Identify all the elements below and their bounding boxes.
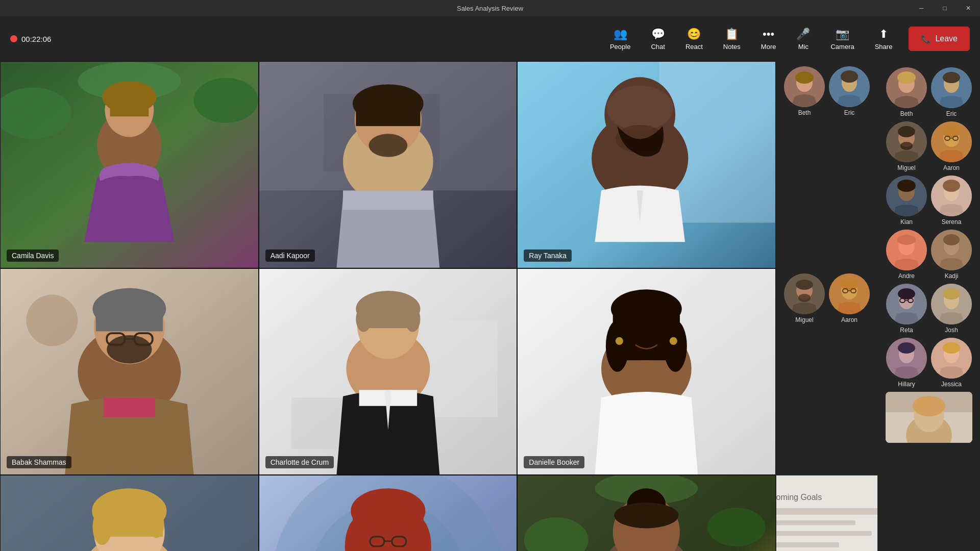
participant-jessica-side[interactable]: Jessica (931, 338, 972, 388)
react-button[interactable]: 😊 React (677, 23, 711, 55)
participant-reta-side[interactable]: Reta (886, 284, 927, 334)
jessica-thumb (931, 338, 972, 379)
danielle-video (518, 269, 775, 475)
svg-point-21 (606, 86, 673, 131)
miguel-thumb (886, 121, 927, 162)
svg-point-160 (898, 342, 915, 354)
screen-cell-area: Upcoming Goals (776, 475, 878, 551)
svg-rect-42 (291, 397, 343, 449)
kadji-thumb (931, 230, 972, 270)
participant-hillary-side[interactable]: Hillary (886, 338, 927, 388)
unknown-thumb (886, 392, 972, 443)
reta-side-name: Reta (900, 327, 913, 334)
svg-point-28 (841, 70, 858, 83)
participant-eric-side[interactable]: Eric (931, 67, 972, 117)
ray-name-tag: Ray Tanaka (524, 249, 572, 262)
participant-aaron-side[interactable]: Aaron (931, 121, 972, 171)
aadi-name-tag: Aadi Kapoor (265, 249, 315, 262)
serena-thumb (931, 176, 972, 216)
eric-thumb (931, 67, 972, 108)
participant-beth-side[interactable]: Beth (886, 67, 927, 117)
miguel-side-name: Miguel (897, 164, 915, 171)
svg-point-148 (943, 234, 960, 245)
babak-video (1, 269, 258, 475)
eric-name: Eric (844, 109, 855, 116)
window-controls: ─ □ ✕ (910, 0, 980, 16)
chat-button[interactable]: 💬 Chat (643, 23, 673, 55)
recording-dot (10, 35, 17, 42)
leave-label: Leave (935, 34, 958, 43)
top-bar: 00:22:06 👥 People 💬 Chat 😊 React 📋 Notes… (0, 16, 980, 61)
mic-button[interactable]: 🎤 Mic (788, 23, 818, 55)
svg-point-75 (92, 509, 112, 545)
minimize-button[interactable]: ─ (910, 0, 933, 16)
camila-video (1, 62, 258, 268)
beth-thumb (886, 67, 927, 108)
toolbar: 👥 People 💬 Chat 😊 React 📋 Notes ••• More… (602, 23, 900, 55)
sidebar-row-1: Beth Eric (780, 66, 874, 116)
svg-point-62 (798, 294, 811, 302)
kian-side-name: Kian (900, 218, 913, 226)
svg-point-76 (149, 510, 164, 538)
participant-unknown-side[interactable] (886, 392, 972, 443)
kadji-side-name: Kadji (945, 272, 959, 280)
svg-point-47 (356, 306, 371, 332)
participant-aaron: Aaron (829, 273, 870, 323)
svg-point-123 (897, 71, 916, 84)
andre-side-name: Andre (898, 272, 915, 280)
mic-label: Mic (798, 43, 808, 51)
participant-serena-side[interactable]: Serena (931, 176, 972, 226)
camera-label: Camera (830, 43, 854, 51)
notes-icon: 📋 (725, 28, 739, 41)
react-icon: 😊 (687, 28, 701, 41)
participant-andre-side[interactable]: Andre (886, 230, 927, 280)
hillary-thumb (886, 338, 927, 379)
participant-miguel-side[interactable]: Miguel (886, 121, 927, 171)
notes-button[interactable]: 📋 Notes (715, 23, 749, 55)
eric-avatar (829, 66, 870, 107)
people-label: People (610, 43, 630, 51)
camera-button[interactable]: 📷 Camera (822, 23, 862, 55)
svg-point-145 (897, 235, 916, 245)
close-button[interactable]: ✕ (957, 0, 980, 16)
svg-point-58 (670, 337, 677, 344)
recording-indicator: 00:22:06 (10, 35, 51, 43)
people-button[interactable]: 👥 People (602, 23, 639, 55)
aaron-thumb (931, 121, 972, 162)
sidebar-row-2: Miguel (780, 273, 874, 323)
video-grid-area: Camila Davis (0, 61, 878, 551)
serena-r-video (259, 475, 517, 551)
svg-rect-16 (343, 190, 433, 210)
svg-point-163 (943, 342, 960, 354)
leave-button[interactable]: 📞 Leave (909, 27, 970, 51)
svg-point-25 (795, 71, 814, 84)
beth-name: Beth (798, 109, 811, 116)
more-button[interactable]: ••• More (753, 23, 785, 55)
svg-point-57 (616, 337, 623, 344)
participant-josh-side[interactable]: Josh (931, 284, 972, 334)
maximize-button[interactable]: □ (933, 0, 957, 16)
video-cell-babak: Babak Shammas (0, 268, 259, 475)
participant-beth: Beth (784, 66, 825, 116)
video-cell-camila: Camila Davis (0, 61, 259, 268)
svg-point-65 (840, 278, 859, 290)
svg-rect-7 (110, 97, 149, 116)
svg-point-157 (943, 288, 960, 299)
participant-miguel: Miguel (784, 273, 825, 323)
leave-phone-icon: 📞 (921, 34, 931, 44)
svg-rect-107 (776, 531, 872, 536)
babak-name-tag: Babak Shammas (7, 456, 71, 468)
grid-row-3: Nathan Rigby (0, 475, 878, 551)
video-cell-aadi: Aadi Kapoor (259, 61, 518, 268)
more-icon: ••• (763, 28, 774, 41)
timer-display: 00:22:06 (21, 35, 51, 43)
participant-kadji-side[interactable]: Kadji (931, 230, 972, 280)
sidebar-reta-josh: Reta Josh (882, 284, 976, 334)
participant-kian-side[interactable]: Kian (886, 176, 927, 226)
share-icon: ⬆ (879, 28, 888, 41)
share-button[interactable]: ⬆ Share (867, 23, 901, 55)
eric-side-name: Eric (946, 110, 957, 117)
miguel-avatar (784, 273, 825, 314)
svg-rect-108 (776, 543, 839, 548)
svg-point-55 (606, 320, 629, 372)
